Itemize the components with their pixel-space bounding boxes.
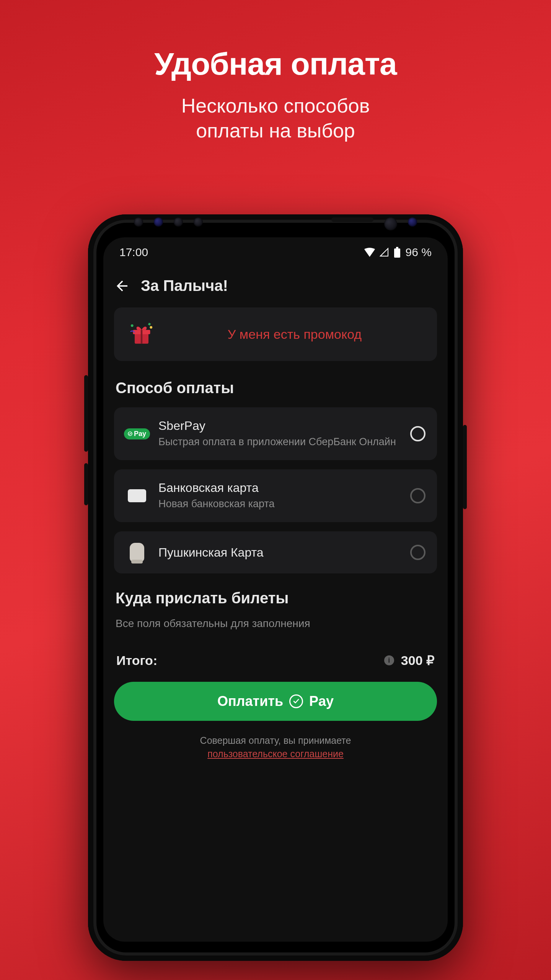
pushkin-icon xyxy=(126,543,148,562)
delivery-subtitle: Все поля обязательны для заполнения xyxy=(116,617,437,630)
sensor-dot xyxy=(174,217,183,227)
svg-rect-7 xyxy=(148,323,151,326)
check-circle-icon xyxy=(289,694,303,708)
totals-label: Итого: xyxy=(116,653,157,668)
sberpay-badge: Pay xyxy=(124,428,150,439)
payment-option-title: Банковская карта xyxy=(158,481,400,495)
promo-subtitle-line1: Несколько способов xyxy=(181,95,370,117)
sensor-group-right xyxy=(331,217,417,230)
side-button xyxy=(84,463,88,505)
sensor-group-left xyxy=(134,217,203,227)
radio-unselected[interactable] xyxy=(410,545,425,560)
side-button xyxy=(463,425,467,509)
promo-title: Удобная оплата xyxy=(0,46,551,82)
totals-row: Итого: i 300 ₽ xyxy=(114,630,437,678)
card-icon xyxy=(126,489,148,502)
battery-icon xyxy=(393,247,401,258)
totals-amount: 300 ₽ xyxy=(401,653,435,668)
promo-subtitle: Несколько способов оплаты на выбор xyxy=(0,93,551,143)
radio-selected[interactable] xyxy=(410,426,425,441)
sensor-dot xyxy=(408,217,417,227)
svg-rect-0 xyxy=(394,248,400,258)
promo-code-label: У меня есть промокод xyxy=(166,327,423,342)
svg-rect-1 xyxy=(396,247,398,248)
phone-frame: 17:00 96 % За Палыча! xyxy=(88,214,463,961)
sensor-dot xyxy=(154,217,163,227)
payment-option-body: SberPay Быстрая оплата в приложении Сбер… xyxy=(158,419,400,449)
svg-point-5 xyxy=(131,324,134,327)
pay-button[interactable]: Оплатить Pay xyxy=(114,682,437,721)
status-battery: 96 % xyxy=(406,246,432,259)
app-header: За Палыча! xyxy=(103,264,448,307)
sberpay-icon: Pay xyxy=(126,428,148,439)
radio-unselected[interactable] xyxy=(410,488,425,503)
promo-header: Удобная оплата Несколько способов оплаты… xyxy=(0,0,551,143)
gift-icon xyxy=(128,320,155,348)
screen: 17:00 96 % За Палыча! xyxy=(103,237,448,942)
status-time: 17:00 xyxy=(119,246,148,259)
page-title: За Палыча! xyxy=(141,277,228,294)
payment-heading: Способ оплаты xyxy=(116,379,437,397)
legal-text: Совершая оплату, вы принимаете пользоват… xyxy=(114,734,437,761)
payment-option-title: Пушкинская Карта xyxy=(158,546,400,560)
payment-option-title: SberPay xyxy=(158,419,400,433)
payment-option-body: Пушкинская Карта xyxy=(158,546,400,560)
promo-subtitle-line2: оплаты на выбор xyxy=(196,119,355,142)
delivery-heading: Куда прислать билеты xyxy=(116,590,437,607)
sberpay-badge-text: Pay xyxy=(134,430,146,438)
pay-button-brand: Pay xyxy=(309,693,334,709)
side-button xyxy=(84,375,88,452)
sensor-dot xyxy=(134,217,143,227)
pay-button-label: Оплатить xyxy=(217,693,283,709)
payment-option-pushkin[interactable]: Пушкинская Карта xyxy=(114,531,437,573)
payment-option-desc: Быстрая оплата в приложении СберБанк Онл… xyxy=(158,435,400,449)
payment-option-card[interactable]: Банковская карта Новая банковская карта xyxy=(114,469,437,522)
wifi-icon xyxy=(364,248,375,257)
back-button[interactable] xyxy=(114,278,130,294)
sensor-dot xyxy=(194,217,203,227)
info-icon[interactable]: i xyxy=(384,655,394,665)
legal-link[interactable]: пользовательское соглашение xyxy=(207,748,344,759)
arrow-left-icon xyxy=(114,278,130,294)
content: У меня есть промокод Способ оплаты Pay S… xyxy=(103,307,448,761)
svg-rect-4 xyxy=(141,330,143,344)
status-bar: 17:00 96 % xyxy=(103,237,448,264)
payment-option-desc: Новая банковская карта xyxy=(158,497,400,511)
payment-option-body: Банковская карта Новая банковская карта xyxy=(158,481,400,511)
payment-option-sberpay[interactable]: Pay SberPay Быстрая оплата в приложении … xyxy=(114,407,437,460)
signal-icon xyxy=(380,248,389,257)
legal-line1: Совершая оплату, вы принимаете xyxy=(200,735,351,746)
sensor-speaker xyxy=(331,217,373,222)
front-camera xyxy=(384,217,397,230)
status-right: 96 % xyxy=(364,246,432,259)
promo-code-button[interactable]: У меня есть промокод xyxy=(114,307,437,361)
svg-point-6 xyxy=(150,326,152,329)
